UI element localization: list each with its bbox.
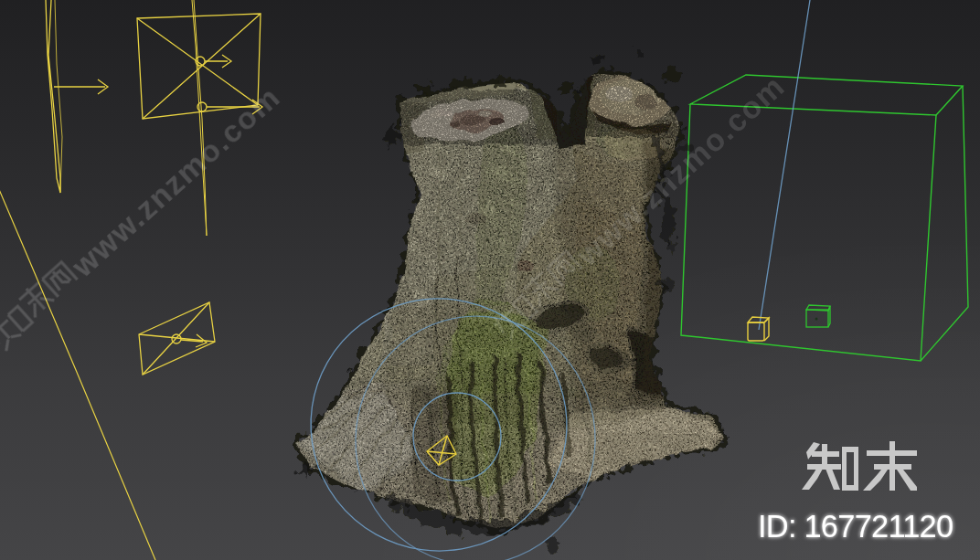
svg-text:ID: 167721120: ID: 167721120 — [758, 509, 953, 544]
